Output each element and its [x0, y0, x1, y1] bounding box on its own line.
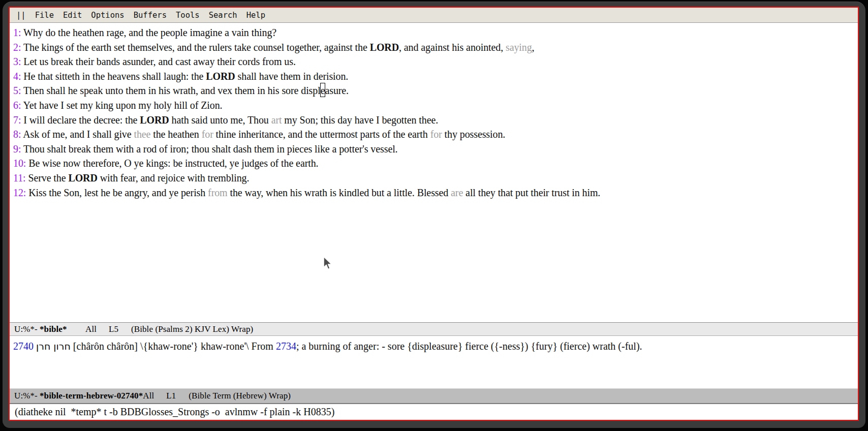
menu-item-options[interactable]: Options	[91, 11, 124, 20]
divine-name: LORD	[140, 114, 169, 126]
added-word: from	[208, 187, 227, 198]
hebrew-word: חרון חרן	[36, 341, 71, 352]
menu-item-search[interactable]: Search	[209, 11, 237, 20]
menu-item-help[interactable]: Help	[246, 11, 265, 20]
verse-number: 8:	[13, 129, 21, 140]
verse-line-6[interactable]: 6: Yet have I set my king upon my holy h…	[13, 98, 854, 113]
verse-line-11[interactable]: 11: Serve the LORD with fear, and rejoic…	[13, 171, 854, 186]
lexicon-entry[interactable]: 2740 חרון חרן [chârôn chârôn] \{khaw-ron…	[13, 340, 854, 353]
text-segment: Yet have I set my king upon my holy hill…	[23, 100, 223, 111]
menu-item-buffers[interactable]: Buffers	[134, 11, 167, 20]
verse-line-4[interactable]: 4: He that sitteth in the heavens shall …	[13, 69, 854, 84]
emacs-frame: ||FileEditOptionsBuffersToolsSearchHelp …	[9, 7, 859, 421]
text-segment: Kiss the Son, lest he be angry, and ye p…	[28, 187, 208, 198]
text-segment: , and against his anointed,	[399, 42, 506, 53]
text-segment: Be wise now therefore, O ye kings: be in…	[28, 158, 318, 169]
mode-line-bible[interactable]: U:%*- *bible* All L5 (Bible (Psalms 2) K…	[10, 322, 858, 336]
lexicon-buffer[interactable]: 2740 חרון חרן [chârôn chârôn] \{khaw-ron…	[10, 336, 858, 388]
text-cursor: e	[321, 85, 325, 96]
added-word: art	[271, 114, 282, 126]
added-word: saying	[506, 42, 532, 53]
verse-line-8[interactable]: 8: Ask of me, and I shall give thee the …	[13, 127, 854, 142]
verse-number: 1:	[13, 27, 21, 38]
text-segment: asure.	[325, 85, 349, 96]
verse-line-2[interactable]: 2: The kings of the earth set themselves…	[13, 40, 854, 55]
menu-item-pipes[interactable]: ||	[16, 11, 26, 20]
text-segment: the way, when his wrath is kindled but a…	[228, 187, 451, 198]
text-segment: hath said unto me, Thou	[169, 114, 271, 126]
text-segment: with fear, and rejoice with trembling.	[98, 172, 250, 183]
verse-line-12[interactable]: 12: Kiss the Son, lest he be angry, and …	[13, 186, 854, 200]
menu-item-file[interactable]: File	[35, 11, 54, 20]
text-segment: my Son; this day have I begotten thee.	[282, 114, 438, 126]
verse-number: 2:	[13, 42, 21, 53]
verse-line-5[interactable]: 5: Then shall he speak unto them in his …	[13, 83, 854, 98]
verse-line-1[interactable]: 1: Why do the heathen rage, and the peop…	[13, 25, 854, 40]
divine-name: LORD	[370, 42, 399, 53]
text-segment: ; a burning of anger: - sore {displeasur…	[296, 341, 642, 352]
added-word: thee	[134, 129, 150, 140]
echo-area-text: (diatheke nil *temp* t -b BDBGlosses_Str…	[15, 406, 334, 418]
added-word: for	[202, 129, 213, 140]
mode-line-lexicon[interactable]: U:%*- *bible-term-hebrew-02740* All L1 (…	[10, 388, 858, 404]
buffer-name[interactable]: *bible*	[40, 324, 85, 334]
added-word: for	[430, 129, 442, 140]
verse-number: 12:	[13, 187, 26, 198]
modeline-status-flags: U:%*-	[14, 324, 40, 334]
added-word: are	[451, 187, 463, 198]
line-number-indicator: L1	[166, 391, 189, 401]
buffer-position: All	[143, 391, 166, 401]
verse-number: 11:	[13, 172, 26, 183]
verse-number: 4:	[13, 71, 21, 82]
text-segment: thine inheritance, and the uttermost par…	[213, 129, 430, 140]
buffer-name[interactable]: *bible-term-hebrew-02740*	[40, 391, 143, 401]
text-segment: Ask of me, and I shall give	[23, 129, 134, 140]
text-segment: the heathen	[150, 129, 201, 140]
menu-item-tools[interactable]: Tools	[176, 11, 200, 20]
text-segment: all they that put their trust in him.	[463, 187, 600, 198]
text-segment: Why do the heathen rage, and the people …	[23, 27, 276, 38]
major-mode-indicator[interactable]: (Bible Term (Hebrew) Wrap)	[189, 391, 291, 401]
text-segment: [chârôn chârôn] \{khaw-rone'} khaw-rone'…	[71, 341, 276, 352]
modeline-status-flags: U:%*-	[14, 391, 40, 401]
verse-number: 5:	[13, 85, 21, 96]
text-segment: Thou shalt break them with a rod of iron…	[23, 143, 398, 155]
bible-buffer[interactable]: 1: Why do the heathen rage, and the peop…	[10, 23, 858, 322]
divine-name: LORD	[68, 172, 97, 183]
verse-number: 3:	[13, 56, 21, 67]
text-segment: Then shall he speak unto them in his wra…	[23, 85, 321, 96]
screen: ||FileEditOptionsBuffersToolsSearchHelp …	[0, 0, 868, 431]
strongs-link[interactable]: 2734	[276, 341, 296, 352]
verse-number: 9:	[13, 143, 21, 155]
text-segment: ,	[532, 42, 535, 53]
verse-line-9[interactable]: 9: Thou shalt break them with a rod of i…	[13, 142, 854, 157]
menu-item-edit[interactable]: Edit	[63, 11, 82, 20]
verse-line-7[interactable]: 7: I will declare the decree: the LORD h…	[13, 113, 854, 128]
divine-name: LORD	[206, 71, 235, 82]
verse-number: 7:	[13, 114, 21, 126]
text-segment: shall have them in derision.	[235, 71, 349, 82]
menubar: ||FileEditOptionsBuffersToolsSearchHelp	[10, 8, 858, 23]
text-segment: He that sitteth in the heavens shall lau…	[23, 71, 206, 82]
line-number-indicator: L5	[109, 324, 131, 334]
verse-number: 6:	[13, 100, 21, 111]
verse-line-10[interactable]: 10: Be wise now therefore, O ye kings: b…	[13, 156, 854, 171]
major-mode-indicator[interactable]: (Bible (Psalms 2) KJV Lex) Wrap)	[131, 324, 253, 334]
verse-number: 10:	[13, 158, 26, 169]
buffer-position: All	[85, 324, 109, 334]
text-segment: Serve the	[28, 172, 68, 183]
minibuffer[interactable]: (diatheke nil *temp* t -b BDBGlosses_Str…	[10, 404, 858, 420]
text-segment: Let us break their bands asunder, and ca…	[23, 56, 296, 67]
text-segment: thy possession.	[442, 129, 506, 140]
text-segment: I will declare the decree: the	[23, 114, 140, 126]
verse-line-3[interactable]: 3: Let us break their bands asunder, and…	[13, 54, 854, 69]
strongs-link[interactable]: 2740	[13, 341, 34, 352]
text-segment: The kings of the earth set themselves, a…	[23, 42, 370, 53]
